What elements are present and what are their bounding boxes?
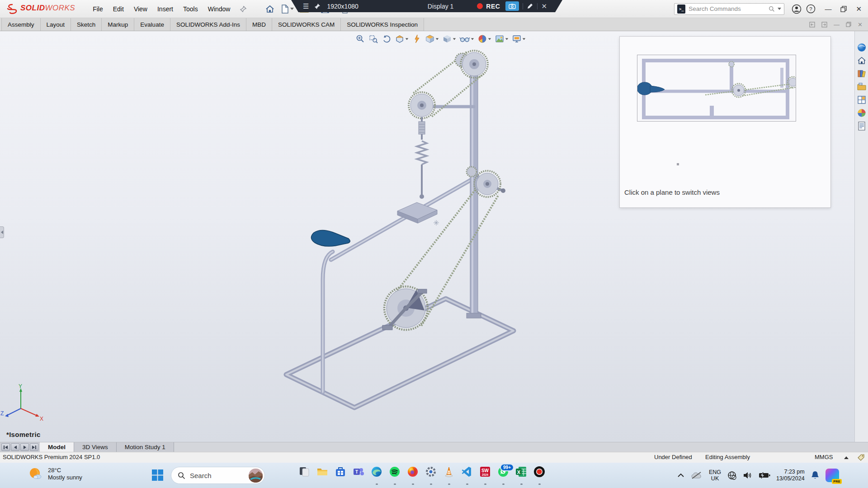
recorder-close-button[interactable]: ✕ xyxy=(541,2,547,10)
tab-solidworks-add-ins[interactable]: SOLIDWORKS Add-Ins xyxy=(170,18,246,31)
rear-sprocket[interactable] xyxy=(474,171,500,197)
microsoft-store-button[interactable] xyxy=(334,466,347,485)
settings-button[interactable] xyxy=(424,466,438,485)
copilot-icon[interactable]: PRE xyxy=(826,469,839,482)
recorder-menu-icon[interactable]: ☰ xyxy=(303,2,309,10)
column-gear[interactable] xyxy=(467,167,476,177)
pin-menu-icon[interactable] xyxy=(240,5,247,13)
search-highlight-image[interactable] xyxy=(249,469,263,483)
tag-icon[interactable] xyxy=(857,454,865,461)
account-icon[interactable] xyxy=(792,4,802,14)
pane-previous-icon[interactable] xyxy=(809,22,815,28)
search-icon[interactable] xyxy=(769,5,775,13)
volume-icon[interactable] xyxy=(743,471,753,480)
upper-pulley[interactable] xyxy=(409,92,435,118)
home-button[interactable] xyxy=(263,3,277,15)
network-globe-icon[interactable] xyxy=(727,470,737,480)
units-selector[interactable]: MMGS xyxy=(815,454,833,460)
help-icon[interactable]: ? xyxy=(806,4,816,14)
edge-button[interactable] xyxy=(370,466,383,485)
file-explorer-icon[interactable] xyxy=(856,81,867,92)
onedrive-icon[interactable] xyxy=(690,471,703,480)
minimize-button[interactable]: — xyxy=(825,5,831,13)
graphics-viewport[interactable]: Click on a plane to switch views Y xyxy=(0,31,868,442)
tab-scroll-last-button[interactable] xyxy=(30,443,38,451)
clock-widget[interactable]: 7:23 pm 13/05/2024 xyxy=(776,469,805,482)
vlc-button[interactable] xyxy=(442,466,456,485)
tab-mbd[interactable]: MBD xyxy=(246,18,272,31)
view-palette-icon[interactable] xyxy=(856,94,867,105)
task-view-button[interactable] xyxy=(297,466,311,485)
start-button[interactable] xyxy=(151,469,164,481)
view-settings-icon[interactable] xyxy=(511,33,527,44)
seat-post[interactable] xyxy=(323,252,333,392)
tab-model[interactable]: Model xyxy=(40,442,74,452)
screen-recorder-button[interactable] xyxy=(533,466,546,485)
battery-icon[interactable] xyxy=(759,472,770,479)
main-column[interactable] xyxy=(425,56,481,318)
status-expand-caret[interactable] xyxy=(844,456,849,459)
menu-window[interactable]: Window xyxy=(203,0,236,18)
previous-view-icon[interactable] xyxy=(381,33,392,44)
command-search-box[interactable]: >_ xyxy=(674,3,784,15)
weather-widget[interactable]: 28°C Mostly sunny xyxy=(27,466,82,482)
tab-sketch[interactable]: Sketch xyxy=(71,18,102,31)
menu-file[interactable]: File xyxy=(88,0,108,18)
menu-edit[interactable]: Edit xyxy=(108,0,129,18)
dynamic-annotation-views-icon[interactable] xyxy=(411,33,423,44)
design-library-icon[interactable] xyxy=(856,68,867,79)
section-view-icon[interactable] xyxy=(394,33,410,44)
tab-scroll-previous-button[interactable] xyxy=(11,443,19,451)
tab-solidworks-inspection[interactable]: SOLIDWORKS Inspection xyxy=(341,18,424,31)
whatsapp-button[interactable]: 99+ xyxy=(496,466,510,485)
recorder-pin-icon[interactable] xyxy=(314,3,321,9)
doc-minimize-icon[interactable]: — xyxy=(834,21,840,28)
top-pulley-cluster[interactable] xyxy=(455,51,488,78)
doc-restore-icon[interactable] xyxy=(846,22,851,27)
pane-next-icon[interactable] xyxy=(821,22,827,28)
tab-solidworks-cam[interactable]: SOLIDWORKS CAM xyxy=(272,18,341,31)
language-indicator[interactable]: ENG UK xyxy=(709,469,721,482)
view-orientation-icon[interactable] xyxy=(424,33,440,44)
tab-assembly[interactable]: Assembly xyxy=(1,18,41,31)
menu-tools[interactable]: Tools xyxy=(178,0,203,18)
search-commands-input[interactable] xyxy=(689,5,769,12)
zoom-to-area-icon[interactable] xyxy=(368,33,379,44)
saddle[interactable] xyxy=(311,230,350,246)
custom-properties-icon[interactable] xyxy=(856,121,867,131)
edit-appearance-icon[interactable] xyxy=(476,33,492,44)
screenshot-camera-button[interactable] xyxy=(505,1,519,11)
menu-view[interactable]: View xyxy=(129,0,152,18)
hidden-icons-chevron[interactable] xyxy=(677,473,684,478)
vs-code-button[interactable] xyxy=(460,466,474,485)
taskbar-search-box[interactable] xyxy=(171,467,265,484)
notification-bell-icon[interactable] xyxy=(811,470,820,480)
apply-scene-icon[interactable] xyxy=(494,33,509,44)
tab-evaluate[interactable]: Evaluate xyxy=(134,18,170,31)
taskbar-search-input[interactable] xyxy=(190,472,240,479)
spring-damper[interactable] xyxy=(417,117,427,199)
teams-button[interactable]: T xyxy=(352,466,365,485)
featuremanager-collapsed-handle[interactable] xyxy=(0,226,4,238)
annotate-pencil-button[interactable] xyxy=(527,3,533,9)
display-style-icon[interactable] xyxy=(441,33,457,44)
tab-markup[interactable]: Markup xyxy=(102,18,134,31)
crank-wheel[interactable] xyxy=(382,286,428,330)
3dexperience-icon[interactable] xyxy=(856,42,867,53)
tab-3d-views[interactable]: 3D Views xyxy=(74,442,117,452)
new-document-button[interactable] xyxy=(278,3,296,15)
tab-layout[interactable]: Layout xyxy=(41,18,71,31)
solidworks-button[interactable]: SW2024 xyxy=(478,466,492,485)
firefox-button[interactable] xyxy=(406,466,420,485)
solidworks-resources-icon[interactable] xyxy=(856,55,867,66)
plane-preview[interactable] xyxy=(637,55,796,122)
tab-scroll-first-button[interactable] xyxy=(1,443,10,451)
hide-show-items-icon[interactable] xyxy=(458,33,475,44)
close-button[interactable]: ✕ xyxy=(856,5,862,13)
doc-close-icon[interactable]: ✕ xyxy=(858,21,863,28)
new-document-dropdown[interactable] xyxy=(290,8,294,10)
menu-insert[interactable]: Insert xyxy=(152,0,178,18)
tab-scroll-next-button[interactable] xyxy=(20,443,29,451)
file-explorer-button[interactable] xyxy=(316,466,329,485)
zoom-to-fit-icon[interactable] xyxy=(354,33,366,44)
